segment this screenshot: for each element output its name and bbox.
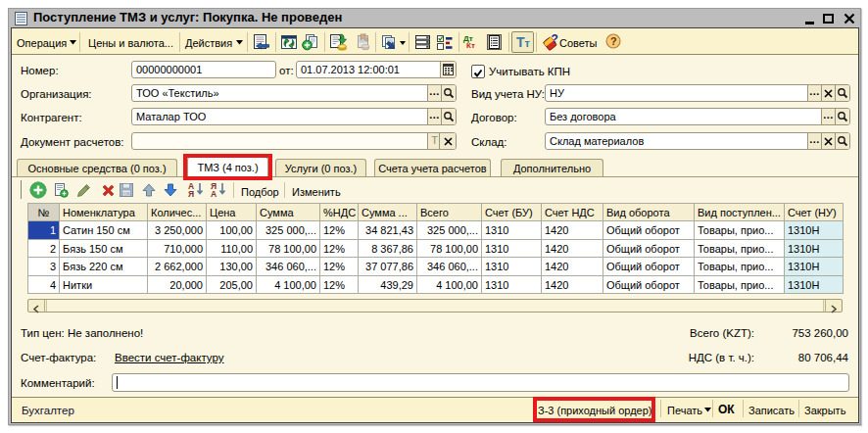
svg-text:?: ? (610, 35, 617, 47)
svg-text:?: ? (552, 32, 558, 46)
svg-text:ГОК: ГОК (122, 191, 130, 196)
